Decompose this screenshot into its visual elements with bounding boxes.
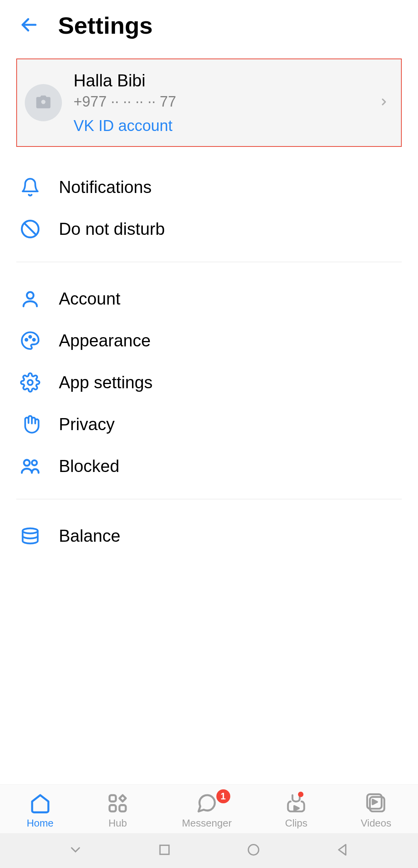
badge: 1 [216, 789, 230, 803]
divider [16, 499, 402, 499]
nav-label: Videos [361, 817, 391, 829]
system-nav [0, 833, 418, 868]
clips-icon [285, 792, 307, 814]
hand-icon [20, 414, 40, 434]
divider [16, 262, 402, 262]
settings-item-label: Blocked [59, 456, 120, 476]
nav-home[interactable]: Home [27, 792, 53, 829]
sys-overview-icon[interactable] [157, 842, 172, 859]
avatar [25, 84, 62, 121]
camera-icon [35, 93, 52, 112]
hub-icon [107, 792, 128, 814]
profile-info: Halla Bibi +977 ·· ·· ·· ·· 77 VK ID acc… [74, 71, 367, 134]
settings-item-label: Do not disturb [59, 219, 165, 239]
settings-item-appearance[interactable]: Appearance [16, 320, 402, 362]
svg-rect-14 [120, 805, 126, 811]
coins-icon [20, 526, 40, 546]
settings-item-label: Balance [59, 526, 120, 546]
svg-point-9 [24, 460, 30, 466]
nav-videos[interactable]: Videos [361, 792, 391, 829]
nav-clips[interactable]: Clips [285, 792, 307, 829]
profile-name: Halla Bibi [74, 71, 367, 90]
settings-item-privacy[interactable]: Privacy [16, 403, 402, 445]
home-icon [29, 792, 51, 814]
settings-item-blocked[interactable]: Blocked [16, 445, 402, 487]
settings-item-app-settings[interactable]: App settings [16, 362, 402, 403]
person-icon [20, 289, 40, 309]
profile-phone: +977 ·· ·· ·· ·· 77 [74, 93, 367, 110]
settings-list: Notifications Do not disturb Account App… [0, 166, 418, 784]
settings-item-balance[interactable]: Balance [16, 515, 402, 557]
settings-item-account[interactable]: Account [16, 278, 402, 320]
svg-point-4 [27, 292, 33, 299]
settings-item-label: Notifications [59, 177, 152, 197]
gear-icon [20, 372, 40, 393]
nav-label: Clips [285, 817, 307, 829]
svg-line-3 [24, 223, 36, 235]
settings-item-label: Account [59, 289, 120, 308]
bottom-nav: Home Hub 1 Messenger Clips Videos [0, 784, 418, 833]
svg-rect-17 [160, 845, 169, 854]
nav-hub[interactable]: Hub [107, 792, 128, 829]
settings-item-dnd[interactable]: Do not disturb [16, 208, 402, 250]
svg-point-1 [41, 100, 46, 104]
svg-point-5 [26, 339, 27, 341]
nav-label: Hub [108, 817, 127, 829]
chat-icon [196, 792, 218, 814]
svg-point-6 [29, 336, 31, 338]
nav-label: Messenger [182, 817, 232, 829]
people-icon [20, 456, 40, 476]
palette-icon [20, 331, 40, 351]
svg-point-7 [33, 339, 35, 341]
svg-point-8 [28, 380, 33, 385]
bell-icon [20, 177, 40, 197]
back-icon[interactable] [19, 15, 39, 36]
profile-card[interactable]: Halla Bibi +977 ·· ·· ·· ·· 77 VK ID acc… [16, 59, 402, 147]
prohibit-icon [20, 219, 40, 239]
header: Settings [0, 0, 418, 51]
nav-label: Home [27, 817, 53, 829]
svg-point-18 [248, 845, 259, 855]
sys-recent-icon[interactable] [68, 842, 83, 859]
svg-point-10 [32, 460, 37, 465]
settings-item-notifications[interactable]: Notifications [16, 166, 402, 208]
videos-icon [365, 792, 387, 814]
svg-rect-12 [110, 795, 116, 801]
vk-id-link[interactable]: VK ID account [74, 117, 367, 134]
svg-rect-13 [110, 805, 116, 811]
svg-point-11 [23, 529, 38, 534]
settings-item-label: Appearance [59, 331, 151, 350]
chevron-right-icon [379, 96, 389, 109]
nav-messenger[interactable]: 1 Messenger [182, 792, 232, 829]
settings-item-label: Privacy [59, 415, 115, 434]
settings-item-label: App settings [59, 373, 152, 392]
sys-home-icon[interactable] [246, 842, 261, 859]
sys-back-icon[interactable] [335, 842, 350, 859]
page-title: Settings [58, 12, 153, 39]
